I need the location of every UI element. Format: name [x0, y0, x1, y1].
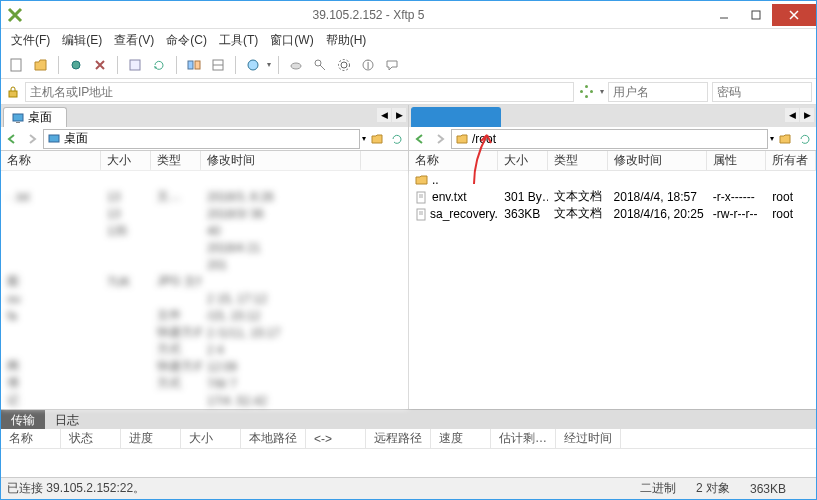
maximize-button[interactable] [740, 4, 772, 26]
transfer-col[interactable]: 大小 [181, 429, 241, 448]
file-row[interactable]: 201 [1, 256, 408, 273]
tab-transfer[interactable]: 传输 [1, 410, 45, 429]
dropdown-caret[interactable]: ▾ [600, 87, 604, 96]
tab-next[interactable]: ▶ [800, 108, 814, 122]
transfer-header: 名称状态进度大小本地路径<->远程路径速度估计剩…经过时间 [1, 429, 816, 449]
window-controls [708, 4, 816, 26]
connect-button[interactable] [66, 55, 86, 75]
back-button[interactable] [3, 130, 21, 148]
open-button[interactable] [31, 55, 51, 75]
menu-view[interactable]: 查看(V) [108, 30, 160, 51]
column-header[interactable]: 大小 [101, 151, 151, 170]
tab-prev[interactable]: ◀ [377, 108, 391, 122]
separator [278, 56, 279, 74]
file-row[interactable]: 博方式7/8/ 7 [1, 375, 408, 392]
chat-button[interactable] [382, 55, 402, 75]
column-header[interactable]: 类型 [151, 151, 201, 170]
file-row[interactable]: ou2 15, 17:12 [1, 290, 408, 307]
column-header[interactable]: 类型 [548, 151, 608, 170]
file-row[interactable]: .. [409, 171, 816, 188]
local-tab[interactable]: 桌面 [3, 107, 67, 127]
column-header[interactable]: 名称 [1, 151, 101, 170]
file-row[interactable]: sa_recovery.log363KB文本文档2018/4/16, 20:25… [409, 205, 816, 222]
sync-button[interactable] [184, 55, 204, 75]
svg-line-12 [320, 65, 325, 70]
file-row[interactable]: 快捷方式2 /1/11, 15:17 [1, 324, 408, 341]
local-file-list[interactable]: · .txt13文…2018/3, 8:26132018/3/ 36135402… [1, 171, 408, 409]
tab-prev[interactable]: ◀ [785, 108, 799, 122]
disconnect-button[interactable] [90, 55, 110, 75]
refresh-button[interactable] [388, 130, 406, 148]
file-row[interactable]: 图7UKJPG 文件 [1, 273, 408, 290]
new-folder-button[interactable] [776, 130, 794, 148]
remote-path-input[interactable]: /root [451, 129, 768, 149]
remote-tab[interactable] [411, 107, 501, 127]
file-row[interactable] [1, 171, 408, 188]
file-row[interactable]: 方式2 4 [1, 341, 408, 358]
back-button[interactable] [411, 130, 429, 148]
local-tab-row: 桌面 ◀▶ [1, 105, 408, 127]
transfer-col[interactable]: 进度 [121, 429, 181, 448]
column-header[interactable]: 所有者 [766, 151, 816, 170]
key-button[interactable] [310, 55, 330, 75]
column-header[interactable]: 属性 [707, 151, 767, 170]
minimize-button[interactable] [708, 4, 740, 26]
file-row[interactable]: 2018/4 21 [1, 239, 408, 256]
transfer-col[interactable]: 估计剩… [491, 429, 556, 448]
column-header[interactable]: 修改时间 [201, 151, 361, 170]
forward-button[interactable] [431, 130, 449, 148]
new-folder-button[interactable] [368, 130, 386, 148]
file-row[interactable]: fa文件/15, 15:12 [1, 307, 408, 324]
dropdown-caret[interactable]: ▾ [267, 60, 271, 69]
username-input[interactable] [608, 82, 708, 102]
quick-connect-icon[interactable] [578, 83, 596, 101]
path-dropdown[interactable]: ▾ [362, 134, 366, 143]
transfer-col[interactable]: 状态 [61, 429, 121, 448]
transfer-col[interactable]: <-> [306, 429, 366, 448]
column-header[interactable]: 大小 [498, 151, 548, 170]
window-title: 39.105.2.152 - Xftp 5 [29, 8, 708, 22]
status-mode: 二进制 [640, 480, 676, 497]
compare-button[interactable] [208, 55, 228, 75]
file-row[interactable]: env.txt301 By…文本文档2018/4/4, 18:57-r-x---… [409, 188, 816, 205]
title-bar: 39.105.2.152 - Xftp 5 [1, 1, 816, 29]
path-dropdown[interactable]: ▾ [770, 134, 774, 143]
transfer-col[interactable]: 名称 [1, 429, 61, 448]
svg-rect-5 [188, 61, 193, 69]
transfer-col[interactable]: 速度 [431, 429, 491, 448]
file-row[interactable]: · .txt13文…2018/3, 8:26 [1, 188, 408, 205]
close-button[interactable] [772, 4, 816, 26]
file-row[interactable]: 13540 [1, 222, 408, 239]
prop-button[interactable] [125, 55, 145, 75]
transfer-col[interactable]: 本地路径 [241, 429, 306, 448]
refresh-button[interactable] [796, 130, 814, 148]
remote-file-list[interactable]: ..env.txt301 By…文本文档2018/4/4, 18:57-r-x-… [409, 171, 816, 409]
transfer-tabs: 传输 日志 [1, 409, 816, 429]
tab-next[interactable]: ▶ [392, 108, 406, 122]
file-row[interactable]: 网快捷方式 12:09 [1, 358, 408, 375]
menu-window[interactable]: 窗口(W) [264, 30, 319, 51]
globe-button[interactable] [243, 55, 263, 75]
file-row[interactable]: 132018/3/ 36 [1, 205, 408, 222]
menu-file[interactable]: 文件(F) [5, 30, 56, 51]
tab-log[interactable]: 日志 [45, 410, 89, 429]
svg-rect-17 [9, 91, 17, 97]
menu-command[interactable]: 命令(C) [160, 30, 213, 51]
menu-edit[interactable]: 编辑(E) [56, 30, 108, 51]
menu-help[interactable]: 帮助(H) [320, 30, 373, 51]
transfer-col[interactable]: 远程路径 [366, 429, 431, 448]
forward-button[interactable] [23, 130, 41, 148]
info-button[interactable]: i [358, 55, 378, 75]
menu-tools[interactable]: 工具(T) [213, 30, 264, 51]
local-path-input[interactable]: 桌面 [43, 129, 360, 149]
new-button[interactable] [7, 55, 27, 75]
transfer-col[interactable]: 经过时间 [556, 429, 621, 448]
refresh-button[interactable] [149, 55, 169, 75]
host-input[interactable] [25, 82, 574, 102]
password-input[interactable] [712, 82, 812, 102]
cloud-button[interactable] [286, 55, 306, 75]
column-header[interactable]: 名称 [409, 151, 498, 170]
column-header[interactable]: 修改时间 [608, 151, 707, 170]
file-row[interactable]: 记17/4 .52.42 [1, 392, 408, 409]
gear-button[interactable] [334, 55, 354, 75]
